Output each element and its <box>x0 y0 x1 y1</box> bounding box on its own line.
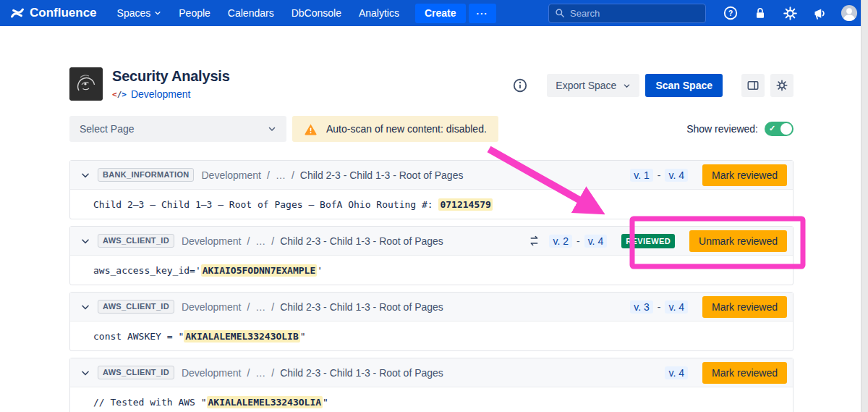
version-dash: - <box>576 235 580 247</box>
nav-item-calendars[interactable]: Calendars <box>219 0 283 26</box>
show-reviewed-control: Show reviewed: ✓ <box>686 122 793 136</box>
version-to-link[interactable]: v. 4 <box>665 300 688 314</box>
breadcrumb-ellipsis[interactable]: … <box>276 169 286 181</box>
space-link[interactable]: Development <box>131 88 191 100</box>
finding-snippet: Child 2–3 – Child 1–3 – Root of Pages – … <box>70 190 793 219</box>
gear-icon[interactable] <box>781 4 799 22</box>
warning-text: Auto-scan of new content: disabled. <box>326 123 487 135</box>
code-text: aws_access_key_id=' <box>93 265 201 276</box>
code-highlight: AKIALALEMEL33243OLIB <box>184 330 300 342</box>
finding-type-badge: AWS_CLIENT_ID <box>98 366 174 379</box>
more-button[interactable]: ··· <box>469 4 496 23</box>
breadcrumb-ellipsis[interactable]: … <box>255 235 265 247</box>
breadcrumb: Development / … / Child 2-3 - Child 1-3 … <box>182 367 443 379</box>
code-highlight: AKIAIO5FODNN7EXAMPLE <box>201 264 318 277</box>
finding-type-badge: AWS_CLIENT_ID <box>98 234 174 248</box>
megaphone-icon[interactable] <box>811 4 828 22</box>
version-to-link[interactable]: v. 4 <box>665 169 688 182</box>
unmark-reviewed-button[interactable]: Unmark reviewed <box>689 230 787 252</box>
chevron-down-icon[interactable] <box>80 236 90 246</box>
breadcrumb: Development / … / Child 2-3 - Child 1-3 … <box>201 169 463 181</box>
sidebar-layout-button[interactable] <box>741 74 765 97</box>
finding-header: AWS_CLIENT_ID Development / … / Child 2-… <box>70 293 793 321</box>
code-highlight: AKIALALEMEL33243OLIA <box>207 396 323 408</box>
settings-button[interactable] <box>770 74 793 97</box>
export-space-button[interactable]: Export Space <box>547 74 639 97</box>
chevron-down-icon[interactable] <box>80 170 90 180</box>
space-avatar[interactable] <box>69 67 103 101</box>
code-text: " <box>323 397 328 408</box>
finding-header: BANK_INFORMATION Development / … / Child… <box>70 161 793 190</box>
version-from-link[interactable]: v. 1 <box>630 169 653 182</box>
breadcrumb-ellipsis[interactable]: … <box>255 367 265 379</box>
breadcrumb-page[interactable]: Child 2-3 - Child 1-3 - Root of Pages <box>300 169 464 181</box>
lock-icon[interactable] <box>752 4 769 22</box>
version-dash: - <box>658 301 661 313</box>
breadcrumb-separator: / <box>247 235 250 247</box>
warning-icon <box>304 122 318 136</box>
finding-card: AWS_CLIENT_ID Development / … / Child 2-… <box>69 292 793 351</box>
select-page-dropdown[interactable]: Select Page <box>69 116 286 142</box>
page-header: Security Analysis </> Development Export… <box>69 67 793 101</box>
select-page-label: Select Page <box>80 123 135 135</box>
finding-header: AWS_CLIENT_ID Development / … / Child 2-… <box>70 227 793 256</box>
findings-list: BANK_INFORMATION Development / … / Child… <box>69 160 793 412</box>
code-text: " <box>300 331 306 342</box>
breadcrumb-separator: / <box>271 235 274 247</box>
breadcrumb-space[interactable]: Development <box>201 169 261 181</box>
version-range: v. 3 - v. 4 <box>630 300 688 314</box>
version-range: v. 1 - v. 4 <box>630 169 688 182</box>
chevron-down-icon <box>154 9 161 17</box>
chevron-down-icon[interactable] <box>80 368 90 378</box>
version-from-link[interactable]: v. 2 <box>549 235 572 248</box>
window-edge <box>861 0 868 412</box>
help-icon[interactable]: ? <box>722 4 739 22</box>
compare-versions-icon[interactable] <box>528 235 540 247</box>
version-to-link[interactable]: v. 4 <box>665 366 688 379</box>
chevron-down-icon[interactable] <box>80 302 90 312</box>
nav-item-dbconsole[interactable]: DbConsole <box>283 0 350 26</box>
brand-name: Confluence <box>30 6 97 20</box>
columns-icon <box>746 79 760 92</box>
create-button[interactable]: Create <box>415 4 466 23</box>
nav-item-spaces[interactable]: Spaces <box>109 0 171 26</box>
mark-reviewed-button[interactable]: Mark reviewed <box>702 164 787 186</box>
toggle-knob <box>780 123 792 135</box>
filter-toolbar: Select Page Auto-scan of new content: di… <box>69 116 793 142</box>
breadcrumb-space[interactable]: Development <box>182 235 242 247</box>
show-reviewed-toggle[interactable]: ✓ <box>765 122 793 136</box>
breadcrumb-page[interactable]: Child 2-3 - Child 1-3 - Root of Pages <box>280 367 443 379</box>
show-reviewed-label: Show reviewed: <box>686 123 758 135</box>
breadcrumb-space[interactable]: Development <box>182 367 242 379</box>
breadcrumb-ellipsis[interactable]: … <box>255 301 265 313</box>
breadcrumb-separator: / <box>292 169 294 181</box>
avatar[interactable] <box>841 4 858 22</box>
mark-reviewed-button[interactable]: Mark reviewed <box>702 296 787 318</box>
finding-type-badge: AWS_CLIENT_ID <box>98 300 174 314</box>
title-block: Security Analysis </> Development <box>112 67 230 100</box>
breadcrumb-page[interactable]: Child 2-3 - Child 1-3 - Root of Pages <box>280 301 443 313</box>
breadcrumb-separator: / <box>271 301 274 313</box>
chevron-down-icon <box>268 125 276 133</box>
finding-type-badge: BANK_INFORMATION <box>98 168 194 182</box>
breadcrumb-separator: / <box>247 367 250 379</box>
code-text: // Tested with AWS " <box>93 397 207 408</box>
nav-item-people[interactable]: People <box>170 0 219 26</box>
mark-reviewed-button[interactable]: Mark reviewed <box>702 362 787 384</box>
confluence-home-link[interactable]: Confluence <box>10 6 97 20</box>
breadcrumb-page[interactable]: Child 2-3 - Child 1-3 - Root of Pages <box>280 235 443 247</box>
header-actions: Export Space Scan Space <box>512 74 793 97</box>
search-box <box>548 4 706 23</box>
svg-text:?: ? <box>728 9 733 17</box>
search-input[interactable] <box>570 8 699 19</box>
nav-item-analytics[interactable]: Analytics <box>350 0 408 26</box>
breadcrumb: Development / … / Child 2-3 - Child 1-3 … <box>182 235 443 247</box>
info-icon[interactable] <box>512 77 528 93</box>
version-from-link[interactable]: v. 3 <box>630 300 653 314</box>
scan-space-button[interactable]: Scan Space <box>645 74 723 97</box>
breadcrumb-space[interactable]: Development <box>182 301 242 313</box>
top-navbar: Confluence Spaces People Calendars DbCon… <box>0 0 868 26</box>
code-text: ' <box>317 265 323 276</box>
search-icon <box>555 8 565 18</box>
version-to-link[interactable]: v. 4 <box>584 235 608 248</box>
